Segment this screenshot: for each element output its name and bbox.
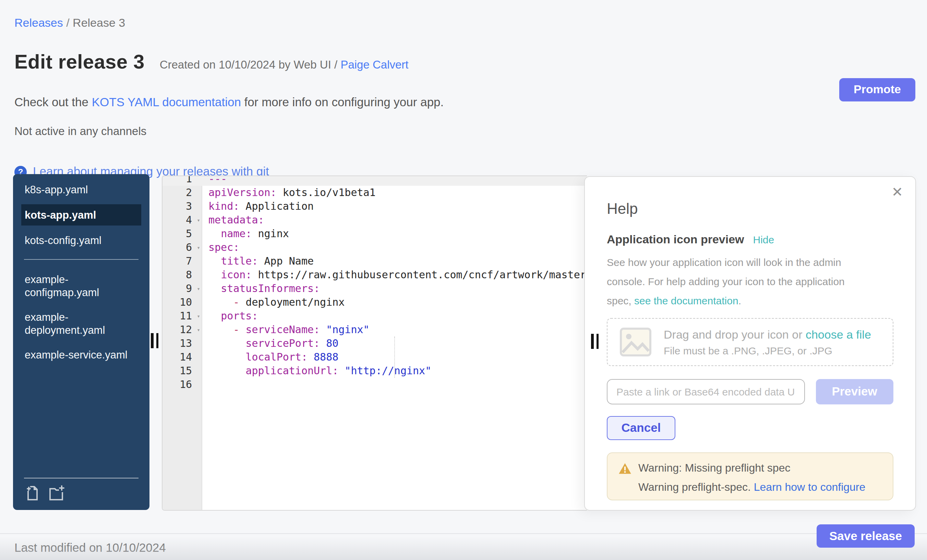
code-text: metadata:: [202, 213, 587, 227]
code-line-3[interactable]: 3kind: Application: [163, 199, 587, 213]
kots-yaml-doc-link[interactable]: KOTS YAML documentation: [92, 95, 241, 109]
code-text: - serviceName: "nginx": [202, 323, 587, 337]
code-text: title: App Name: [202, 254, 587, 268]
line-number: 3: [163, 199, 202, 213]
sidebar-resize-handle[interactable]: [151, 333, 159, 348]
page-title: Edit release 3: [14, 51, 145, 73]
code-text: statusInformers:: [202, 282, 587, 296]
page-stage: Releases / Release 3 Edit release 3 Crea…: [0, 0, 927, 560]
line-number: 6▾: [163, 241, 202, 254]
line-number: 4▾: [163, 213, 202, 227]
editor-code-area[interactable]: 1---2apiVersion: kots.io/v1beta13kind: A…: [163, 176, 587, 392]
code-line-11[interactable]: 11▾ ports:: [163, 309, 587, 323]
cancel-button[interactable]: Cancel: [607, 416, 675, 440]
created-by-link[interactable]: Paige Calvert: [340, 58, 408, 71]
dropzone-file-types: File must be a .PNG, .JPEG, or .JPG: [664, 344, 871, 356]
preview-button[interactable]: Preview: [816, 379, 894, 404]
code-line-15[interactable]: 15 applicationUrl: "http://nginx": [163, 364, 587, 378]
see-documentation-link[interactable]: see the documentation: [634, 295, 739, 307]
image-placeholder-icon: [620, 328, 651, 357]
line-number: 2: [163, 186, 202, 199]
file-list-primary: k8s-app.yamlkots-app.yamlkots-config.yam…: [13, 180, 149, 255]
sidebar-divider: [24, 259, 138, 260]
code-text: - deployment/nginx: [202, 296, 587, 309]
icon-url-input[interactable]: [607, 379, 805, 404]
file-item-kots-app.yaml[interactable]: kots-app.yaml: [21, 204, 141, 226]
created-info: Created on 10/10/2024 by Web UI / Paige …: [160, 58, 409, 71]
icon-preview-title: Application icon preview: [607, 233, 744, 247]
fold-caret-icon[interactable]: ▾: [197, 323, 200, 337]
code-text: spec:: [202, 241, 587, 254]
warning-detail: Warning preflight-spec. Learn how to con…: [638, 481, 882, 493]
icon-dropzone[interactable]: Drag and drop your icon or choose a file…: [607, 318, 894, 366]
yaml-editor[interactable]: 1---2apiVersion: kots.io/v1beta13kind: A…: [162, 176, 587, 511]
last-modified-text: Last modified on 10/10/2024: [14, 541, 166, 555]
promote-button[interactable]: Promote: [839, 78, 915, 102]
code-line-8[interactable]: 8 icon: https://raw.githubusercontent.co…: [163, 268, 587, 282]
save-release-button[interactable]: Save release: [817, 524, 915, 548]
code-text: [202, 378, 587, 392]
icon-preview-description: See how your application icon will look …: [607, 253, 863, 311]
edit-release-page: Releases / Release 3 Edit release 3 Crea…: [0, 0, 927, 560]
line-number: 9▾: [163, 282, 202, 296]
file-item-example-deployment.yaml[interactable]: example-deployment.yaml: [13, 307, 149, 340]
code-text: name: nginx: [202, 227, 587, 241]
indent-guide: [394, 337, 395, 378]
code-line-14[interactable]: 14 localPort: 8888: [163, 350, 587, 364]
code-line-7[interactable]: 7 title: App Name: [163, 254, 587, 268]
sidebar-toolbar: [13, 478, 149, 510]
help-panel-title: Help: [607, 200, 894, 218]
code-line-2[interactable]: 2apiVersion: kots.io/v1beta1: [163, 186, 587, 199]
code-line-12[interactable]: 12▾ - serviceName: "nginx": [163, 323, 587, 337]
file-list-examples: example-configmap.yamlexample-deployment…: [13, 269, 149, 369]
line-number: 16: [163, 378, 202, 392]
hide-link[interactable]: Hide: [753, 234, 774, 245]
breadcrumb-releases-link[interactable]: Releases: [14, 17, 63, 29]
file-item-example-configmap.yaml[interactable]: example-configmap.yaml: [13, 269, 149, 302]
file-item-k8s-app.yaml[interactable]: k8s-app.yaml: [13, 180, 149, 199]
warning-triangle-icon: [619, 462, 632, 474]
line-number: 14: [163, 350, 202, 364]
line-number: 5: [163, 227, 202, 241]
new-folder-icon[interactable]: [48, 485, 64, 502]
code-line-6[interactable]: 6▾spec:: [163, 241, 587, 254]
code-line-5[interactable]: 5 name: nginx: [163, 227, 587, 241]
warning-title: Warning: Missing preflight spec: [638, 462, 790, 474]
learn-configure-link[interactable]: Learn how to configure: [754, 481, 866, 493]
code-text: ---: [202, 176, 587, 186]
code-line-9[interactable]: 9▾ statusInformers:: [163, 282, 587, 296]
code-line-1[interactable]: 1---: [163, 176, 587, 186]
code-text: apiVersion: kots.io/v1beta1: [202, 186, 587, 199]
doc-hint: Check out the KOTS YAML documentation fo…: [14, 95, 444, 110]
fold-caret-icon[interactable]: ▾: [197, 310, 200, 323]
code-text: kind: Application: [202, 199, 587, 213]
channel-status: Not active in any channels: [14, 125, 146, 138]
file-item-kots-config.yaml[interactable]: kots-config.yaml: [13, 230, 149, 250]
code-text: ports:: [202, 309, 587, 323]
line-number: 11▾: [163, 309, 202, 323]
close-icon[interactable]: ✕: [891, 185, 903, 199]
file-item-example-service.yaml[interactable]: example-service.yaml: [13, 345, 149, 365]
choose-file-link[interactable]: choose a file: [805, 328, 871, 341]
new-file-icon[interactable]: [24, 485, 41, 502]
fold-caret-icon[interactable]: ▾: [197, 214, 200, 228]
line-number: 15: [163, 364, 202, 378]
line-number: 8: [163, 268, 202, 282]
line-number: 7: [163, 254, 202, 268]
line-number: 10: [163, 296, 202, 309]
help-resize-handle[interactable]: [591, 334, 599, 349]
breadcrumb: Releases / Release 3: [14, 17, 125, 30]
code-line-10[interactable]: 10 - deployment/nginx: [163, 296, 587, 309]
help-panel: ✕ Help Application icon preview Hide See…: [584, 176, 916, 511]
preflight-warning-box: Warning: Missing preflight spec Warning …: [607, 452, 894, 500]
code-text: icon: https://raw.githubusercontent.com/…: [202, 268, 587, 282]
code-line-16[interactable]: 16: [163, 378, 587, 392]
footer-divider: [0, 533, 927, 534]
sidebar-toolbar-divider: [24, 478, 138, 478]
fold-caret-icon[interactable]: ▾: [197, 282, 200, 296]
code-line-13[interactable]: 13 servicePort: 80: [163, 337, 587, 350]
file-sidebar: k8s-app.yamlkots-app.yamlkots-config.yam…: [13, 174, 149, 510]
line-number: 13: [163, 337, 202, 350]
code-line-4[interactable]: 4▾metadata:: [163, 213, 587, 227]
fold-caret-icon[interactable]: ▾: [197, 241, 200, 255]
